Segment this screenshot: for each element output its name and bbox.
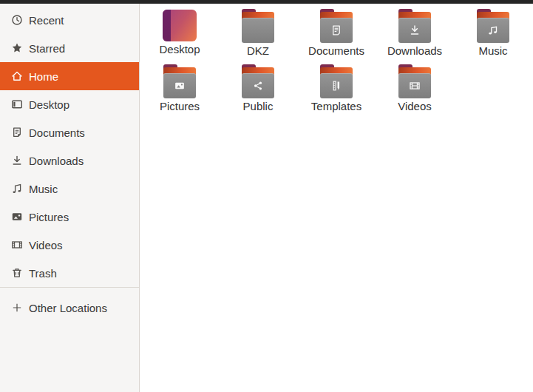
desktop-gradient-icon (163, 10, 197, 41)
sidebar-item-recent[interactable]: Recent (0, 6, 139, 34)
film-icon (11, 239, 23, 251)
sidebar-places-list: Recent Starred Home Desktop Documents Do… (0, 6, 139, 287)
sidebar-item-label: Desktop (29, 98, 69, 111)
folder-label: Public (243, 100, 274, 113)
sidebar-item-other-locations[interactable]: Other Locations (0, 294, 139, 322)
document-glyph (330, 24, 343, 37)
sidebar-item-label: Documents (29, 126, 85, 139)
folder-icon (319, 9, 354, 43)
folder-label: Documents (308, 44, 364, 58)
folder-label: Videos (398, 100, 432, 113)
desktop-icon (11, 98, 23, 110)
download-glyph (408, 24, 421, 37)
image-glyph (173, 79, 186, 92)
file-manager-window: Recent Starred Home Desktop Documents Do… (0, 4, 533, 392)
sidebar-item-label: Other Locations (29, 302, 107, 314)
sidebar-item-label: Pictures (29, 211, 69, 223)
templates-glyph (330, 79, 343, 92)
file-grid: Desktop DKZ Documents Downloads Music (140, 7, 533, 118)
sidebar-item-pictures[interactable]: Pictures (0, 203, 139, 231)
file-grid-area: Desktop DKZ Documents Downloads Music (140, 4, 533, 392)
folder-icon (240, 64, 276, 98)
share-glyph (251, 79, 265, 92)
folder-icon (162, 64, 197, 98)
sidebar-footer: Other Locations (0, 294, 139, 322)
folder-label: Downloads (387, 44, 442, 58)
trash-icon (11, 267, 23, 279)
sidebar-item-documents[interactable]: Documents (0, 118, 139, 146)
sidebar-item-starred[interactable]: Starred (0, 34, 139, 62)
folder-label: Music (478, 44, 507, 58)
folder-icon (475, 9, 511, 43)
home-icon (11, 70, 23, 82)
folder-label: DKZ (247, 44, 269, 58)
sidebar-item-videos[interactable]: Videos (0, 231, 139, 259)
sidebar-item-label: Home (29, 70, 58, 83)
music-glyph (486, 24, 500, 37)
sidebar-item-label: Starred (29, 42, 65, 55)
folder-item-documents[interactable]: Documents (297, 7, 376, 63)
sidebar-item-downloads[interactable]: Downloads (0, 146, 139, 175)
plus-icon (11, 302, 23, 314)
star-icon (11, 42, 23, 54)
document-icon (11, 126, 23, 138)
sidebar-item-label: Recent (29, 14, 64, 27)
sidebar: Recent Starred Home Desktop Documents Do… (0, 4, 140, 392)
sidebar-separator (0, 287, 139, 288)
folder-icon (397, 64, 432, 98)
folder-item-videos[interactable]: Videos (376, 63, 454, 118)
folder-item-public[interactable]: Public (219, 63, 297, 118)
folder-item-downloads[interactable]: Downloads (376, 7, 454, 63)
music-note-icon (11, 183, 23, 195)
folder-item-templates[interactable]: Templates (297, 63, 376, 118)
folder-item-music[interactable]: Music (454, 7, 532, 63)
sidebar-item-label: Music (29, 183, 58, 195)
sidebar-item-label: Downloads (29, 155, 84, 167)
folder-label: Desktop (159, 43, 200, 56)
sidebar-item-label: Videos (29, 239, 63, 251)
folder-item-pictures[interactable]: Pictures (140, 63, 219, 118)
folder-label: Pictures (160, 100, 200, 113)
sidebar-item-trash[interactable]: Trash (0, 259, 139, 287)
folder-icon (240, 9, 276, 43)
folder-icon (319, 64, 354, 98)
image-icon (11, 211, 23, 223)
sidebar-item-music[interactable]: Music (0, 175, 139, 203)
clock-icon (11, 14, 23, 26)
sidebar-item-desktop[interactable]: Desktop (0, 90, 139, 118)
folder-label: Templates (311, 100, 361, 113)
folder-icon (397, 9, 432, 43)
sidebar-item-label: Trash (29, 267, 57, 280)
sidebar-item-home[interactable]: Home (0, 62, 139, 90)
folder-item-desktop[interactable]: Desktop (140, 7, 219, 63)
download-icon (11, 155, 23, 166)
folder-item-dkz[interactable]: DKZ (219, 7, 297, 63)
film-glyph (408, 79, 421, 92)
